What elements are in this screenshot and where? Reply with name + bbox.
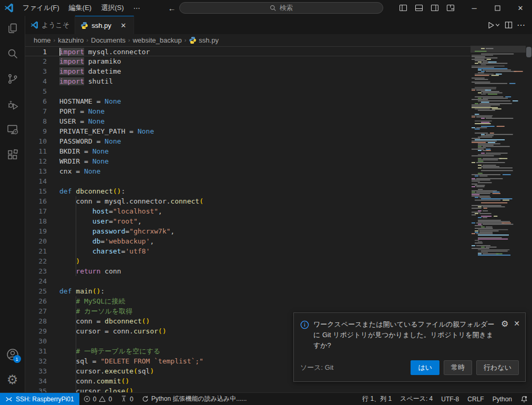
line-number: 4 [25, 76, 59, 86]
code-line[interactable]: 16 conn = mysql.connector.connect( [25, 196, 470, 206]
token: datetime [84, 67, 121, 75]
run-button[interactable] [485, 18, 502, 32]
eol-selector[interactable]: CRLF [463, 393, 488, 405]
code-line[interactable]: 12WRDIR = None [25, 156, 470, 166]
minimize-button[interactable]: ─ [463, 0, 486, 16]
menu-1[interactable]: 編集(E) [64, 0, 96, 16]
activitybar-accounts-icon[interactable]: 1 [0, 342, 25, 367]
code-line[interactable]: 24 [25, 276, 470, 286]
split-editor-button[interactable] [503, 18, 514, 32]
token: PRIVATE_KEY_PATH = [59, 127, 138, 135]
nav-back-button[interactable]: ← [168, 4, 176, 13]
code-line[interactable]: 4import shutil [25, 76, 470, 86]
code-line[interactable]: 18 user="root", [25, 216, 470, 226]
code-line[interactable]: 21 charset='utf8' [25, 246, 470, 256]
activitybar-settings-icon[interactable]: ⚙ [0, 367, 25, 392]
code-line[interactable]: 11BKDIR = None [25, 146, 470, 156]
code-line[interactable]: 13cnx = None [25, 166, 470, 176]
minimap[interactable] [470, 46, 526, 259]
tab-ssh.py[interactable]: ssh.py✕ [75, 16, 134, 34]
editor-scrollbar[interactable] [526, 46, 532, 392]
indentation[interactable]: スペース: 4 [396, 393, 437, 405]
tab-ようこそ[interactable]: ようこそ [25, 16, 75, 34]
indent-guide [76, 386, 76, 392]
activitybar-extensions-icon[interactable] [0, 142, 25, 167]
toggle-primary-sidebar-button[interactable] [396, 1, 410, 15]
close-button[interactable]: ✕ [509, 0, 532, 16]
token: None [105, 97, 121, 105]
menu-more[interactable]: ⋯ [129, 0, 145, 16]
python-loading-status[interactable]: Python 拡張機能の読み込み中...... [138, 393, 251, 405]
token: cnx = [59, 167, 84, 175]
code-line[interactable]: 17 host="localhost", [25, 206, 470, 216]
code-line[interactable]: 6HOSTNAME = None [25, 96, 470, 106]
notification-settings-gear-icon[interactable]: ⚙ [501, 320, 508, 328]
token: , [170, 227, 175, 235]
code-line[interactable]: 2import paramiko [25, 56, 470, 66]
code-line[interactable]: 26 # MySQLに接続 [25, 296, 470, 306]
customize-layout-button[interactable] [444, 1, 457, 15]
breadcrumb-item-ssh.py[interactable]: ssh.py [189, 36, 219, 44]
ports-indicator[interactable]: 0 [116, 393, 138, 405]
token: , [158, 207, 162, 215]
notification-message: ワークスペースまたは開いているファイルの親フォルダーに Git リポジトリが見つ… [313, 319, 497, 351]
breadcrumb-separator: › [127, 37, 131, 43]
menu-2[interactable]: 選択(S) [96, 0, 128, 16]
breadcrumb-item-website_backup[interactable]: website_backup [132, 36, 181, 44]
indent-guide [76, 266, 76, 276]
tab-close-icon[interactable]: ✕ [119, 21, 128, 30]
token: ( [134, 367, 138, 375]
vscode-icon [30, 21, 38, 29]
line-content: cursor.close() [59, 386, 470, 392]
cursor-position[interactable]: 行 1、列 1 [358, 393, 396, 405]
code-line[interactable]: 8USER = None [25, 116, 470, 126]
line-number: 5 [25, 86, 59, 96]
activitybar-run-debug-icon[interactable] [0, 92, 25, 117]
maximize-button[interactable] [486, 0, 509, 16]
activitybar-remote-explorer-icon[interactable] [0, 117, 25, 142]
code-line[interactable]: 1import mysql.connector [25, 46, 470, 56]
code-line[interactable]: 20 db='webbackup', [25, 236, 470, 246]
code-line[interactable]: 35 cursor.close() [25, 386, 470, 392]
token: return [76, 267, 100, 275]
line-number: 10 [25, 136, 59, 146]
code-line[interactable]: 5 [25, 86, 470, 96]
code-line[interactable]: 19 password="ghcrxw7k", [25, 226, 470, 236]
toggle-secondary-sidebar-button[interactable] [428, 1, 442, 15]
token [59, 347, 76, 355]
token: # MySQLに接続 [76, 297, 125, 305]
scrollbar-thumb[interactable] [526, 47, 531, 57]
language-mode[interactable]: Python [488, 393, 516, 405]
code-line[interactable]: 3import datetime [25, 66, 470, 76]
notification-close-icon[interactable]: ✕ [514, 320, 520, 328]
toast-button-常時[interactable]: 常時 [444, 360, 472, 375]
activitybar-source-control-icon[interactable] [0, 66, 25, 92]
code-line[interactable]: 14 [25, 176, 470, 186]
code-line[interactable]: 25def main(): [25, 286, 470, 296]
toast-button-はい[interactable]: はい [411, 360, 439, 375]
indent-guide [76, 296, 76, 306]
breadcrumb-item-kazuhiro[interactable]: kazuhiro [58, 36, 84, 44]
menu-0[interactable]: ファイル(F) [18, 0, 64, 16]
activitybar-explorer-icon[interactable] [0, 16, 25, 41]
toggle-panel-button[interactable] [412, 1, 426, 15]
code-line[interactable]: 10PASSWORD = None [25, 136, 470, 146]
code-line[interactable]: 9PRIVATE_KEY_PATH = None [25, 126, 470, 136]
breadcrumb-item-Documents[interactable]: Documents [91, 36, 126, 44]
code-line[interactable]: 22 ) [25, 256, 470, 266]
more-actions-button[interactable]: ⋯ [515, 18, 527, 32]
encoding[interactable]: UTF-8 [437, 393, 463, 405]
line-content: def main(): [59, 286, 470, 296]
notification-toast: ワークスペースまたは開いているファイルの親フォルダーに Git リポジトリが見つ… [293, 312, 526, 382]
toast-button-行わない[interactable]: 行わない [476, 360, 519, 375]
problems-indicator[interactable]: 0 0 [79, 393, 116, 405]
code-line[interactable]: 7PORT = None [25, 106, 470, 116]
command-center-search[interactable]: 検索 [179, 2, 383, 14]
breadcrumb-item-home[interactable]: home [34, 36, 51, 44]
remote-indicator[interactable]: SSH: RaspberryPi01 [0, 393, 79, 405]
python-icon [189, 36, 197, 44]
code-line[interactable]: 23 return conn [25, 266, 470, 276]
notifications-bell[interactable] [516, 393, 532, 405]
activitybar-search-icon[interactable] [0, 41, 25, 66]
code-line[interactable]: 15def dbconnect(): [25, 186, 470, 196]
